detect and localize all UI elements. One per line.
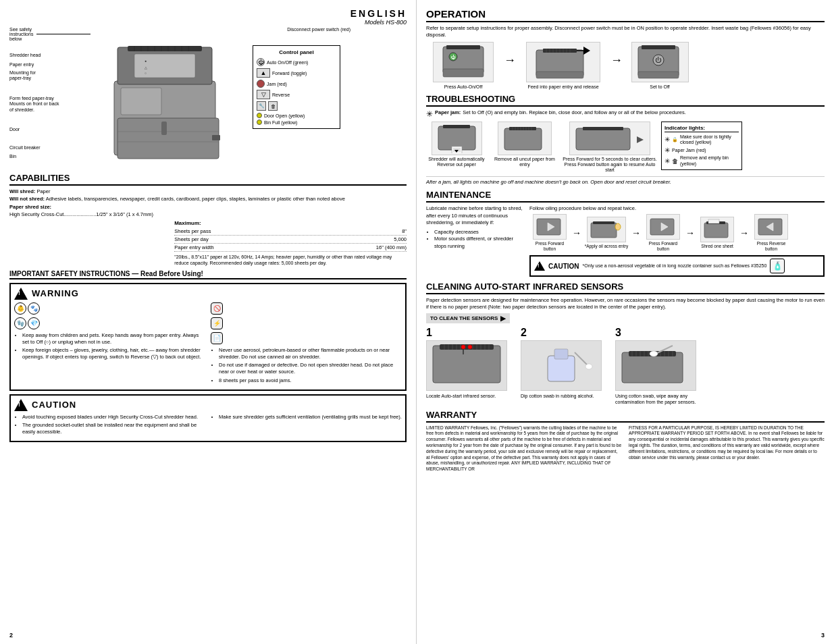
warning-triangle-icon: !: [14, 288, 28, 300]
svg-rect-2: [128, 46, 202, 51]
page-num-left: 2: [9, 632, 13, 639]
trouble-step-1-label: Shredder will automatically Reverse out …: [426, 157, 487, 168]
svg-marker-64: [637, 136, 644, 143]
warning-box: ! WARNING 👶 🐾 🧤 💎: [9, 283, 407, 391]
caution-item-3: Make sure shredder gets sufficient venti…: [219, 414, 402, 421]
maint-step-4-label: Shred one sheet: [701, 244, 733, 249]
will-shred-row: Will shred: Paper: [9, 188, 407, 194]
operation-title: OPERATION: [426, 8, 825, 22]
maint-step-5: Press Reverse button: [751, 214, 791, 252]
label-form-feed: Form feed paper-trayMounts on front or b…: [9, 96, 59, 113]
warning-item-4: Do not use if damaged or defective. Do n…: [219, 362, 402, 375]
cleaning-desc: Paper detection sensors are designed for…: [426, 297, 825, 311]
trouble-img-1: [432, 122, 482, 155]
caution-col-left: Avoid touching exposed blades under High…: [14, 414, 205, 437]
op-step-1: ⏻ Press Auto-On/Off: [426, 42, 500, 89]
disconnect-label: Disconnect power switch (red): [253, 27, 350, 32]
operation-steps: ⏻ Press Auto-On/Off →: [426, 42, 825, 89]
clean-step-1-num: 1: [426, 327, 514, 339]
op-step-3: ⏻ Set to Off: [626, 42, 694, 89]
label-see-safety: See safety instructions below: [9, 27, 90, 41]
maint-svg-1: [536, 216, 564, 238]
op-img-2: [526, 42, 600, 82]
svg-rect-46: [443, 125, 470, 128]
control-panel-box: Control panel ⏻ Auto On/Off (green) ▲ Fo…: [253, 45, 340, 129]
svg-line-96: [575, 352, 588, 366]
caution-header: ! CAUTION: [14, 399, 402, 411]
ctrl-door-open: Door Open (yellow): [257, 113, 336, 118]
svg-text:⏻: ⏻: [451, 55, 456, 59]
trouble-steps-row: Shredder will automatically Reverse out …: [426, 122, 825, 173]
warranty-section: WARRANTY LIMITED WARRANTY Fellowes, Inc.…: [426, 410, 825, 473]
svg-marker-38: [583, 47, 590, 55]
ctrl-forward: ▲ Forward (toggle): [257, 68, 336, 78]
warning-icon-4: 💎: [28, 317, 40, 329]
warranty-col-2: FITNESS FOR A PARTICULAR PURPOSE, IS HER…: [629, 425, 825, 473]
svg-rect-12: [121, 88, 161, 115]
high-security-row: High Security Cross-Cut.................…: [9, 211, 407, 217]
svg-point-112: [650, 351, 658, 356]
maint-arrow-2: →: [631, 227, 641, 238]
clean-step-2-num: 2: [521, 327, 608, 339]
clean-img-3: [615, 340, 696, 391]
warning-icon-6: ⚡: [211, 317, 223, 329]
maint-img-2: [587, 217, 626, 242]
language-label: ENGLISH: [9, 8, 407, 19]
op-shredder-svg-1: ⏻: [436, 43, 490, 80]
maint-img-5: [754, 214, 788, 240]
clean-step-3-num: 3: [615, 327, 703, 339]
models-label: Models HS-800: [9, 19, 407, 26]
svg-rect-62: [576, 128, 630, 150]
svg-text:●: ●: [145, 59, 147, 63]
cleaning-section: CLEANING AUTO-START INFRARED SENSORS Pap…: [426, 281, 825, 405]
svg-text:⏻: ⏻: [655, 57, 662, 63]
clean-svg-2: [524, 342, 598, 388]
indicator-item-2: ✳ Paper Jam (red): [664, 146, 739, 154]
troubleshooting-title: TROUBLESHOOTING: [426, 94, 825, 107]
maint-step-1: Press Forward button: [529, 214, 570, 252]
maint-step-1-label: Press Forward button: [529, 241, 570, 252]
ctrl-auto: ⏻ Auto On/Off (green): [257, 58, 336, 66]
svg-rect-98: [622, 352, 683, 383]
maximum-label: Maximum:: [174, 220, 407, 226]
maint-bullet-1: Capacity decreases: [434, 229, 524, 236]
warranty-col-1: LIMITED WARRANTY Fellowes, Inc. ("Fellow…: [426, 425, 622, 473]
maint-img-1: [533, 214, 567, 240]
maint-arrow-3: →: [685, 227, 695, 238]
label-door: Door: [9, 127, 20, 132]
clean-step-3-label: Using cotton swab, wipe away any contami…: [615, 393, 703, 405]
indicator-item-3: ✳ 🗑 Remove and empty bin (yellow): [664, 155, 739, 167]
indicator-item-1: ✳ 🔒 Make sure door is tightly closed (ye…: [664, 134, 739, 146]
warning-icon-2: 🐾: [28, 302, 40, 315]
page-num-right: 3: [821, 632, 825, 639]
control-panel-label: Control panel: [257, 49, 336, 55]
maint-step-2-label: *Apply oil across entry: [585, 244, 628, 249]
ctrl-jam: Jam (red): [257, 80, 336, 88]
svg-rect-77: [433, 346, 500, 383]
svg-text:△: △: [145, 65, 147, 70]
trouble-svg-1: [435, 123, 479, 153]
svg-rect-95: [554, 349, 568, 359]
svg-rect-17: [212, 135, 220, 140]
caution-content: Avoid touching exposed blades under High…: [14, 414, 402, 437]
cleaning-title: CLEANING AUTO-START INFRARED SENSORS: [426, 281, 825, 294]
maint-svg-5: [757, 216, 785, 238]
control-panel-detail: Disconnect power switch (red) Control pa…: [253, 27, 350, 169]
safety-title: IMPORTANT SAFETY INSTRUCTIONS — Read Bef…: [9, 270, 407, 279]
label-mounting: Mounting forpaper-tray: [9, 70, 36, 82]
op-shredder-svg-2: [529, 43, 597, 80]
op-step-3-label: Set to Off: [650, 84, 669, 89]
maint-step-2: *Apply oil across entry: [583, 217, 629, 249]
svg-rect-53: [509, 127, 536, 130]
svg-rect-23: [446, 45, 480, 49]
warning-icon-5: 🚫: [211, 302, 223, 315]
maint-step-4: Shred one sheet: [697, 217, 737, 249]
diagram-labels-left: See safety instructions below Shredder h…: [9, 27, 90, 169]
caution-col-right: Make sure shredder gets sufficient venti…: [211, 414, 402, 437]
op-step-2-label: Feed into paper entry and release: [527, 84, 598, 89]
clean-steps-row: 1: [426, 327, 825, 405]
svg-rect-72: [704, 223, 728, 238]
warning-label: WARNING: [32, 288, 79, 298]
svg-rect-44: [638, 72, 679, 78]
trouble-step-2: Remove all uncut paper from entry: [491, 122, 558, 168]
